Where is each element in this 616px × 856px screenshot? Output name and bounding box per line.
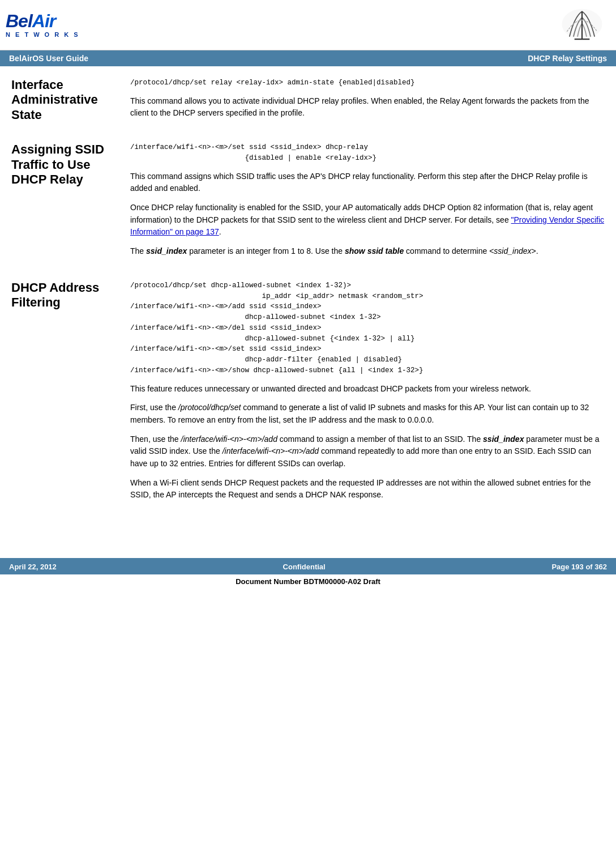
section-label-dhcp: DHCP Address Filtering [11, 280, 130, 508]
belair-logo: BelAir [6, 12, 80, 30]
nav-bar: BelAirOS User Guide DHCP Relay Settings [0, 50, 616, 66]
footer-bar: April 22, 2012 Confidential Page 193 of … [0, 559, 616, 574]
section-content-dhcp: /protocol/dhcp/set dhcp-allowed-subnet <… [130, 280, 605, 508]
nav-title-left: BelAirOS User Guide [9, 54, 88, 63]
section-content-interface: /protocol/dhcp/set relay <relay-idx> adm… [130, 78, 605, 126]
section-label-interface: Interface Administrative State [11, 78, 130, 126]
logo-area: BelAir N E T W O R K S [6, 12, 80, 38]
para-dhcp-2: First, use the /protocol/dhcp/set comman… [130, 402, 605, 426]
section-assigning-ssid: Assigning SSID Traffic to Use DHCP Relay… [11, 142, 605, 265]
para-dhcp-4: When a Wi-Fi client sends DHCP Request p… [130, 477, 605, 501]
page-header: BelAir N E T W O R K S [0, 0, 616, 50]
antenna-logo [559, 6, 605, 44]
section-interface-admin: Interface Administrative State /protocol… [11, 78, 605, 126]
main-content: Interface Administrative State /protocol… [0, 66, 616, 535]
para-interface-1: This command allows you to activate indi… [130, 95, 605, 120]
code-dhcp-filtering: /protocol/dhcp/set dhcp-allowed-subnet <… [130, 280, 605, 376]
footer-confidential: Confidential [283, 563, 326, 571]
footer-doc-number: Document Number BDTM00000-A02 Draft [0, 574, 616, 589]
section-dhcp-filtering: DHCP Address Filtering /protocol/dhcp/se… [11, 280, 605, 508]
para-dhcp-3: Then, use the /interface/wifi-<n>-<m>/ad… [130, 433, 605, 470]
para-ssid-2: Once DHCP relay functionality is enabled… [130, 202, 605, 239]
para-dhcp-1: This feature reduces unnecessary or unwa… [130, 383, 605, 395]
code-interface-admin: /protocol/dhcp/set relay <relay-idx> adm… [130, 78, 605, 88]
footer-page: Page 193 of 362 [551, 563, 607, 571]
footer-date: April 22, 2012 [9, 563, 57, 571]
vendor-info-link[interactable]: "Providing Vendor Specific Information" … [130, 215, 604, 237]
para-ssid-3: The ssid_index parameter is an integer f… [130, 245, 605, 258]
footer-wrapper: April 22, 2012 Confidential Page 193 of … [0, 558, 616, 589]
nav-title-right: DHCP Relay Settings [528, 54, 607, 63]
section-label-ssid: Assigning SSID Traffic to Use DHCP Relay [11, 142, 130, 265]
networks-text: N E T W O R K S [6, 31, 80, 38]
code-ssid: /interface/wifi-<n>-<m>/set ssid <ssid_i… [130, 142, 605, 164]
section-content-ssid: /interface/wifi-<n>-<m>/set ssid <ssid_i… [130, 142, 605, 265]
para-ssid-1: This command assigns which SSID traffic … [130, 171, 605, 195]
